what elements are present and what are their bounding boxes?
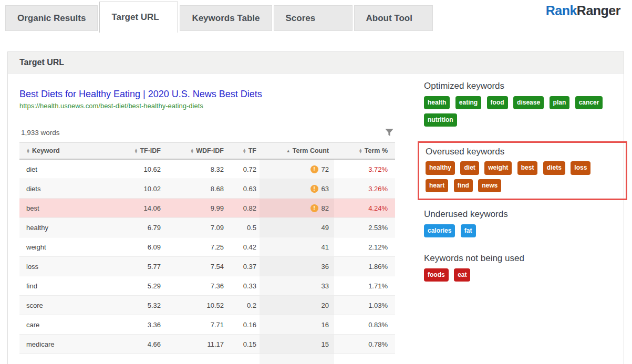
term-count-value: 41 — [322, 243, 329, 251]
term-count-value: 63 — [322, 185, 329, 193]
cell-tf: 0.15 — [227, 335, 260, 353]
results-column: Best Diets for Healthy Eating | 2020 U.S… — [19, 74, 395, 364]
unused-keywords-heading: Keywords not being used — [424, 253, 632, 264]
table-row[interactable]: score 5.32 10.52 0.2 20 1.03% — [19, 296, 395, 315]
table-row[interactable]: healthy 6.79 7.09 0.5 49 2.53% — [19, 218, 395, 237]
cell-term-count: 33 — [260, 276, 334, 295]
term-count-value: 15 — [322, 340, 329, 348]
table-row[interactable]: weight 6.09 7.25 0.42 41 2.12% — [19, 237, 395, 257]
sort-asc-icon: ▲ — [286, 149, 291, 153]
cell-tf-idf: 3.36 — [117, 315, 164, 334]
keyword-badge-underused[interactable]: calories — [424, 224, 455, 237]
cell-term-count: 15 — [260, 335, 334, 353]
tab-label: Organic Results — [17, 13, 86, 24]
tab-label: Target URL — [111, 12, 159, 23]
tab[interactable]: Target URL — [99, 2, 178, 33]
keyword-badge-optimized[interactable]: nutrition — [424, 113, 457, 127]
column-header-keyword[interactable]: ▲▼ Keyword — [19, 143, 117, 159]
column-header-wdf-idf[interactable]: ▲▼ WDF-IDF — [164, 143, 227, 159]
column-header-tf-idf[interactable]: ▲▼ TF-IDF — [117, 143, 164, 159]
keyword-badge-overused[interactable]: healthy — [426, 161, 455, 174]
cell-keyword: weight — [19, 237, 117, 256]
cell-term-count: 36 — [260, 257, 334, 276]
keyword-badge-optimized[interactable]: plan — [550, 96, 570, 109]
keyword-badge-overused[interactable]: best — [517, 161, 538, 174]
cell-term-pct: 3.72% — [334, 160, 395, 179]
brand-logo-secondary: Ranger — [577, 3, 620, 18]
underused-keywords-heading: Underused keywords — [424, 209, 632, 220]
column-header-tf[interactable]: ▲▼ TF — [227, 143, 260, 159]
unused-keywords-badges: foods eat — [424, 268, 632, 286]
keyword-badge-overused[interactable]: find — [454, 179, 473, 192]
term-count-value: 49 — [322, 224, 329, 232]
table-row[interactable]: diets 10.02 8.68 0.63 63 3.26% — [19, 179, 395, 199]
keyword-badge-overused[interactable]: diets — [543, 161, 565, 174]
keyword-badge-optimized[interactable]: food — [487, 96, 508, 109]
table-row[interactable]: loss 5.77 7.54 0.37 36 1.86% — [19, 257, 395, 276]
keyword-badge-optimized[interactable]: health — [424, 96, 450, 109]
target-page-title-link[interactable]: Best Diets for Healthy Eating | 2020 U.S… — [19, 89, 262, 100]
cell-tf: 0.2 — [227, 296, 260, 315]
warning-icon — [310, 165, 318, 173]
tab-label: Keywords Table — [192, 13, 260, 24]
keyword-badge-optimized[interactable]: cancer — [575, 96, 603, 109]
keyword-badge-overused[interactable]: diet — [460, 161, 479, 174]
cell-keyword: healthy — [19, 218, 117, 237]
cell-wdf-idf: 8.68 — [164, 179, 227, 198]
column-header-term-count[interactable]: ▲ Term Count — [260, 143, 334, 159]
cell-term-pct: 0.83% — [334, 315, 395, 334]
sort-icon: ▲▼ — [134, 148, 138, 153]
cell-tf-idf: 10.02 — [117, 179, 164, 198]
table-row[interactable]: find 5.29 7.36 0.33 33 1.71% — [19, 276, 395, 296]
cell-tf: 0.72 — [227, 160, 260, 179]
word-count: 1,933 words — [21, 129, 60, 137]
cell-wdf-idf: 7.36 — [164, 276, 227, 295]
keyword-badge-overused[interactable]: heart — [426, 179, 448, 192]
cell-tf-idf: 5.77 — [117, 257, 164, 276]
cell-wdf-idf: 8.32 — [164, 160, 227, 179]
keyword-badge-overused[interactable]: weight — [484, 161, 512, 174]
tab[interactable]: About Tool — [354, 5, 433, 31]
table-row[interactable]: best 14.06 9.99 0.82 82 4.24% — [19, 199, 395, 218]
cell-term-pct: 3.26% — [334, 179, 395, 198]
target-url-panel: Target URL Best Diets for Healthy Eating… — [7, 51, 624, 364]
term-count-value: 20 — [322, 301, 329, 309]
keyword-badge-optimized[interactable]: eating — [455, 96, 481, 109]
keyword-badge-overused[interactable]: news — [478, 179, 501, 192]
filter-icon[interactable] — [385, 128, 393, 137]
column-label: Keyword — [32, 147, 60, 154]
term-count-value: 36 — [322, 263, 329, 271]
keyword-badge-unused[interactable]: eat — [454, 268, 470, 282]
tab[interactable]: Keywords Table — [180, 5, 272, 31]
column-label: Term Count — [293, 147, 329, 154]
table-row[interactable]: care 3.36 7.71 0.16 16 0.83% — [19, 315, 395, 335]
cell-term-count: 16 — [260, 315, 334, 334]
unused-keywords-section: Keywords not being used foods eat — [416, 253, 632, 286]
column-header-term-pct[interactable]: ▲▼ Term % — [334, 143, 395, 159]
cell-tf: 0.33 — [227, 276, 260, 295]
cell-tf-idf: 5.29 — [117, 276, 164, 295]
keyword-badge-overused[interactable]: loss — [571, 161, 590, 174]
cell-tf-idf — [117, 354, 164, 364]
table-row[interactable]: medicare 4.66 11.17 0.15 15 0.78% — [19, 335, 395, 354]
tab[interactable]: Organic Results — [5, 5, 98, 31]
table-row[interactable]: diet 10.62 8.32 0.72 72 3.72% — [19, 160, 395, 179]
cell-term-pct: 1.03% — [334, 296, 395, 315]
table-body: diet 10.62 8.32 0.72 72 3.72% diets 10.0… — [19, 160, 395, 364]
keyword-badge-optimized[interactable]: disease — [513, 96, 544, 109]
term-count-value: 16 — [322, 321, 329, 329]
tab[interactable]: Scores — [274, 5, 353, 31]
cell-tf-idf: 10.62 — [117, 160, 164, 179]
warning-icon — [310, 185, 318, 193]
overused-keywords-heading: Overused keywords — [426, 147, 621, 157]
cell-tf: 0.82 — [227, 199, 260, 217]
cell-keyword: diet — [19, 160, 117, 179]
keyword-badge-unused[interactable]: foods — [424, 268, 449, 282]
word-count-bar: 1,933 words — [19, 123, 395, 143]
column-label: Term % — [365, 147, 388, 154]
cell-tf-idf: 6.79 — [117, 218, 164, 237]
cell-wdf-idf: 11.17 — [164, 335, 227, 353]
cell-term-count — [260, 354, 334, 364]
term-count-value: 33 — [322, 282, 329, 290]
keyword-badge-underused[interactable]: fat — [461, 224, 476, 237]
